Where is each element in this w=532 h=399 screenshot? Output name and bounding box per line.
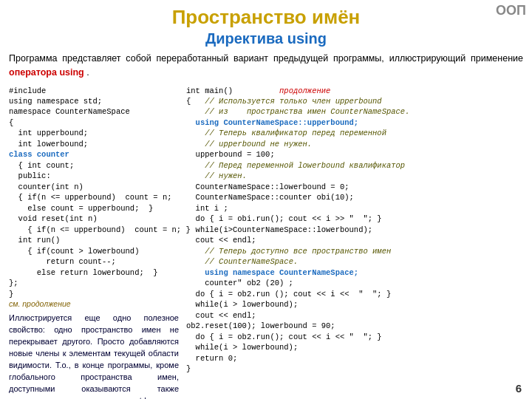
left-code-block: #include using namespace std; namespace …	[9, 86, 179, 300]
main-title: Пространство имён	[9, 6, 523, 29]
intro-text-after: .	[86, 67, 89, 78]
intro-text-content: Программа представляет собой переработан…	[9, 53, 523, 64]
intro-highlight: оператора using	[9, 67, 84, 78]
bottom-note: Иллюстрируется еще одно полезное свойств…	[9, 313, 179, 399]
left-code-text: #include using namespace std; namespace …	[9, 86, 191, 299]
right-code-block: int main() продолжение { // Используется…	[186, 86, 523, 375]
page-number: 6	[516, 382, 522, 395]
two-column-layout: #include using namespace std; namespace …	[9, 86, 523, 400]
left-column: #include using namespace std; namespace …	[9, 86, 179, 400]
intro-paragraph: Программа представляет собой переработан…	[9, 52, 523, 80]
note-text: Иллюстрируется еще одно полезное свойств…	[9, 313, 179, 399]
right-code-text: int main() продолжение { // Используется…	[186, 86, 409, 374]
right-column: int main() продолжение { // Используется…	[186, 86, 523, 400]
sub-title: Директива using	[9, 30, 523, 47]
page: ООП Пространство имён Директива using Пр…	[0, 0, 532, 399]
oop-badge: ООП	[496, 3, 526, 18]
see-continuation: см. продолжение	[9, 299, 179, 308]
